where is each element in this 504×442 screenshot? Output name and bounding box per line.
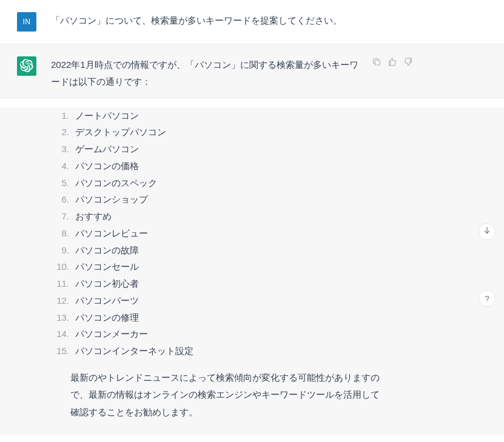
keyword-text: パソコンメーカー <box>75 329 148 339</box>
keyword-text: パソコン初心者 <box>75 278 139 289</box>
assistant-outro: 最新のやトレンドニュースによって検索傾向が変化する可能性がありますので、最新の情… <box>70 369 380 421</box>
keyword-text: ノートパソコン <box>75 110 139 121</box>
list-item: デスクトップパソコン <box>70 124 380 141</box>
keyword-text: パソコンショップ <box>75 194 148 204</box>
help-button[interactable]: ? <box>479 290 496 307</box>
list-item: パソコンパーツ <box>70 292 380 309</box>
keyword-text: ゲームパソコン <box>75 144 139 154</box>
list-item: パソコンの修理 <box>70 309 380 326</box>
assistant-turn: 2022年1月時点での情報ですが、「パソコン」に関する検索量が多いキーワードは以… <box>0 44 504 98</box>
assistant-avatar <box>17 56 36 76</box>
user-turn: IN 「パソコン」について、検索量が多いキーワードを提案してください。 <box>0 0 504 44</box>
thumbs-up-icon[interactable] <box>387 56 398 67</box>
arrow-down-icon <box>483 226 491 237</box>
user-avatar: IN <box>17 12 36 32</box>
keyword-text: デスクトップパソコン <box>75 127 166 137</box>
keyword-list: ノートパソコンデスクトップパソコンゲームパソコンパソコンの価格パソコンのスペック… <box>70 107 380 360</box>
keyword-text: パソコンの修理 <box>75 312 139 323</box>
list-item: パソコンショップ <box>70 191 380 208</box>
keyword-text: パソコンの故障 <box>75 245 139 255</box>
list-item: パソコンインターネット設定 <box>70 343 380 360</box>
keyword-text: パソコンパーツ <box>75 295 139 306</box>
openai-logo-icon <box>20 59 33 74</box>
svg-rect-0 <box>375 60 380 65</box>
copy-icon[interactable] <box>371 56 382 67</box>
thumbs-down-icon[interactable] <box>403 56 414 67</box>
list-item: パソコンメーカー <box>70 326 380 343</box>
keyword-text: パソコンの価格 <box>75 161 139 171</box>
message-actions <box>371 56 414 67</box>
user-avatar-initials: IN <box>23 18 31 26</box>
list-item: ゲームパソコン <box>70 141 380 158</box>
list-item: おすすめ <box>70 208 380 225</box>
list-item: ノートパソコン <box>70 107 380 124</box>
help-icon: ? <box>485 294 489 303</box>
keyword-text: パソコンセール <box>75 261 139 272</box>
list-item: パソコンレビュー <box>70 225 380 242</box>
keyword-text: パソコンインターネット設定 <box>75 346 193 356</box>
user-message: 「パソコン」について、検索量が多いキーワードを提案してください。 <box>51 12 360 29</box>
list-item: パソコンの故障 <box>70 242 380 259</box>
list-item: パソコン初心者 <box>70 275 380 292</box>
scroll-down-button[interactable] <box>479 223 496 240</box>
list-item: パソコンのスペック <box>70 175 380 192</box>
keyword-text: おすすめ <box>75 211 112 221</box>
keyword-text: パソコンのスペック <box>75 178 157 188</box>
assistant-body: ノートパソコンデスクトップパソコンゲームパソコンパソコンの価格パソコンのスペック… <box>0 107 504 436</box>
list-item: パソコンの価格 <box>70 158 380 175</box>
assistant-intro: 2022年1月時点での情報ですが、「パソコン」に関する検索量が多いキーワードは以… <box>51 56 360 90</box>
keyword-text: パソコンレビュー <box>75 228 148 238</box>
list-item: パソコンセール <box>70 258 380 275</box>
